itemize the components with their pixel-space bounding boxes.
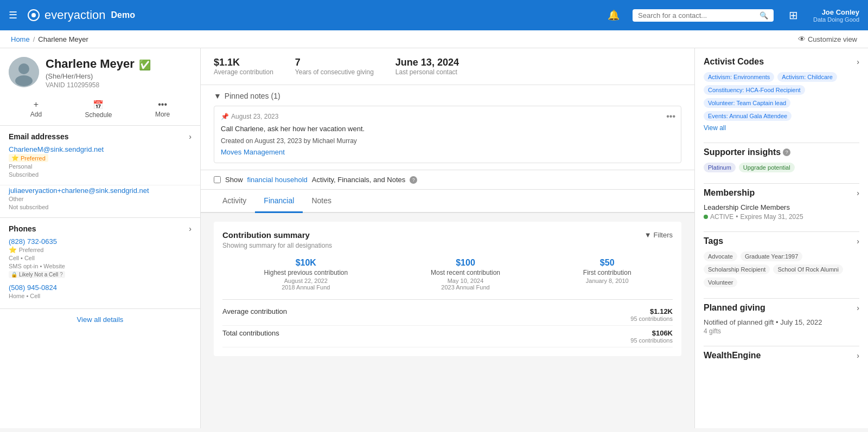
cs-header: Contribution summary ▼ Filters xyxy=(222,230,673,240)
breadcrumb-separator: / xyxy=(33,35,35,43)
help-icon-phone: ? xyxy=(60,272,63,278)
phones-section: Phones › (828) 732-0635 ⭐ Preferred Cell… xyxy=(0,217,200,304)
planned-giving-header: Planned giving › xyxy=(704,303,859,313)
stat-contact-value: June 13, 2024 xyxy=(395,57,459,68)
cs-subtitle: Showing summary for all designations xyxy=(222,242,673,249)
cs-first-date: January 8, 2010 xyxy=(583,278,631,284)
wealth-engine-expand-icon[interactable]: › xyxy=(857,351,859,360)
planned-giving-title: Planned giving xyxy=(704,303,765,313)
breadcrumb: Home / Charlene Meyer xyxy=(11,35,88,43)
phones-expand-icon[interactable]: › xyxy=(189,224,192,233)
note-date: 📌 August 23, 2023 xyxy=(221,113,674,120)
membership-header: Membership › xyxy=(704,188,859,198)
help-icon-household: ? xyxy=(410,176,417,184)
household-checkbox[interactable] xyxy=(214,176,221,183)
phones-section-header: Phones › xyxy=(0,218,200,236)
household-label-suffix: Activity, Financials, and Notes xyxy=(312,176,405,184)
gear-icon xyxy=(26,8,41,23)
add-label: Add xyxy=(30,111,42,118)
pin-icon: 📌 xyxy=(221,113,229,120)
cs-recent-fund: 2023 Annual Fund xyxy=(431,284,500,291)
activist-codes-header: Activist Codes › xyxy=(704,57,859,67)
divider-5 xyxy=(704,346,859,346)
search-input[interactable] xyxy=(638,11,756,20)
cs-highest-value[interactable]: $10K xyxy=(264,258,348,268)
contact-info: Charlene Meyer ✅ (She/Her/Hers) VANID 11… xyxy=(46,57,192,89)
cs-recent: $100 Most recent contribution May 10, 20… xyxy=(431,258,500,291)
phone-preferred-label: Preferred xyxy=(19,247,44,253)
cs-first-value[interactable]: $50 xyxy=(583,258,631,268)
cs-filters-button[interactable]: ▼ Filters xyxy=(644,231,673,239)
user-menu[interactable]: Joe Conley Data Doing Good xyxy=(813,8,859,23)
cs-stats-row: $10K Highest previous contribution Augus… xyxy=(222,258,673,291)
middle-panel: $1.1K Average contribution 7 Years of co… xyxy=(201,48,694,428)
phone-number-1[interactable]: (828) 732-0635 xyxy=(9,237,57,246)
note-author: Michael Murray xyxy=(312,137,357,145)
tab-notes[interactable]: Notes xyxy=(303,190,340,213)
note-menu-icon[interactable]: ••• xyxy=(666,112,675,121)
tags-expand-icon[interactable]: › xyxy=(857,237,859,246)
tab-financial[interactable]: Financial xyxy=(255,190,303,213)
stat-years-value: 7 xyxy=(295,57,374,68)
stat-avg-label: Average contribution xyxy=(214,68,273,76)
activist-chip-3: Volunteer: Team Captain lead xyxy=(704,98,790,108)
notification-bell-icon[interactable]: 🔔 xyxy=(608,9,620,21)
note-date-text: August 23, 2023 xyxy=(231,113,278,120)
wealth-engine-section: WealthEngine › xyxy=(704,351,859,360)
grid-icon[interactable]: ⊞ xyxy=(789,9,798,22)
demo-label: Demo xyxy=(111,10,135,20)
note-created-prefix: Created on August 23, 2023 by xyxy=(221,137,310,145)
add-action[interactable]: + Add xyxy=(30,100,42,119)
email-expand-icon[interactable]: › xyxy=(189,132,192,141)
planned-giving-expand-icon[interactable]: › xyxy=(857,304,859,312)
phone-meta-2: Home • Cell xyxy=(9,293,40,299)
activist-codes-expand-icon[interactable]: › xyxy=(857,57,859,66)
divider-4 xyxy=(704,298,859,299)
schedule-action[interactable]: 📅 Schedule xyxy=(85,100,112,119)
cs-highest: $10K Highest previous contribution Augus… xyxy=(264,258,348,291)
phone-meta-1b: SMS opt-in • Website xyxy=(9,263,65,269)
quick-actions: + Add 📅 Schedule ••• More xyxy=(0,98,200,126)
activist-codes-view-all[interactable]: View all xyxy=(704,124,726,132)
pinned-notes-title: Pinned notes (1) xyxy=(225,92,280,100)
breadcrumb-home[interactable]: Home xyxy=(11,35,30,43)
lock-icon: 🔒 xyxy=(11,272,17,278)
eye-icon: 👁 xyxy=(798,35,806,43)
customize-view-button[interactable]: 👁 Customize view xyxy=(798,35,857,43)
cs-recent-value[interactable]: $100 xyxy=(431,258,500,268)
phone-meta-1a: Cell • Cell xyxy=(9,255,35,261)
more-action[interactable]: ••• More xyxy=(155,100,170,119)
phone-number-2[interactable]: (508) 945-0824 xyxy=(9,283,57,292)
hamburger-icon[interactable]: ☰ xyxy=(9,9,17,21)
user-name: Joe Conley xyxy=(822,8,859,16)
activist-chip-4: Events: Annual Gala Attendee xyxy=(704,111,792,121)
pinned-notes-header[interactable]: ▼ Pinned notes (1) xyxy=(214,92,681,100)
right-panel: Activist Codes › Activism: Environments … xyxy=(694,48,868,428)
membership-expand-icon[interactable]: › xyxy=(857,189,859,197)
tab-activity[interactable]: Activity xyxy=(214,190,255,213)
planned-giving-section: Planned giving › Notified of planned gif… xyxy=(704,303,859,335)
preferred-label: Preferred xyxy=(21,155,46,162)
view-all-details-link[interactable]: View all details xyxy=(0,308,200,330)
stats-bar: $1.1K Average contribution 7 Years of co… xyxy=(201,48,694,85)
more-label: More xyxy=(155,111,170,118)
cs-first-label: First contribution xyxy=(583,269,631,276)
note-moves-link[interactable]: Moves Management xyxy=(221,148,285,156)
membership-separator: • xyxy=(736,213,738,221)
household-link[interactable]: financial household xyxy=(247,176,308,184)
email-address-1[interactable]: CharleneM@sink.sendgrid.net xyxy=(9,145,104,153)
contact-header: Charlene Meyer ✅ (She/Her/Hers) VANID 11… xyxy=(0,48,200,98)
cs-highest-fund: 2018 Annual Fund xyxy=(264,284,348,291)
likely-cell-label: Likely Not a Cell xyxy=(19,272,58,278)
stat-contact-label: Last personal contact xyxy=(395,68,459,76)
calendar-icon: 📅 xyxy=(93,100,104,110)
tags-header: Tags › xyxy=(704,236,859,246)
email-section-header: Email addresses › xyxy=(0,126,200,144)
email-address-2[interactable]: juliaeveryaction+charlene@sink.sendgrid.… xyxy=(9,186,149,195)
cs-total-label: Total contributions xyxy=(222,329,279,337)
help-icon-insights: ? xyxy=(783,149,790,156)
activist-codes-chips: Activism: Environments Activism: Childca… xyxy=(704,72,859,121)
tag-chip-2: Scholarship Recipient xyxy=(704,265,770,274)
contact-pronouns: (She/Her/Hers) xyxy=(46,72,192,80)
svg-point-4 xyxy=(15,75,33,86)
